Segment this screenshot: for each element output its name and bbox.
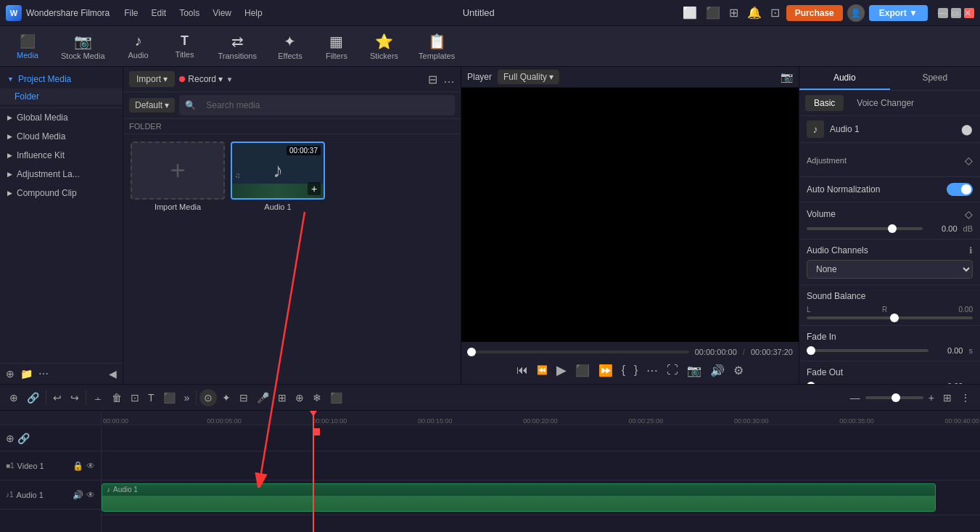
tool-transitions[interactable]: ⇄ Transitions: [210, 30, 265, 63]
sub-tab-basic[interactable]: Basic: [805, 95, 844, 111]
folder-label[interactable]: Folder: [0, 89, 123, 105]
tab-audio[interactable]: Audio: [799, 67, 890, 90]
notifications-icon[interactable]: 🔔: [745, 4, 764, 22]
video-track-lock-icon[interactable]: 🔒: [73, 461, 83, 471]
timeline-grid-button[interactable]: ⊞: [939, 390, 955, 406]
settings-button[interactable]: ⚙: [733, 364, 744, 377]
audio1-clip[interactable]: ♪ Audio 1: [102, 483, 936, 512]
timeline-transitions-button[interactable]: ⬛: [326, 390, 346, 406]
menu-view[interactable]: View: [207, 6, 237, 20]
sidebar-item-compound-clip[interactable]: ▶ Compound Clip: [0, 184, 123, 202]
timeline-redo-button[interactable]: ↪: [67, 390, 83, 406]
timeline-add-track-button[interactable]: ⊕: [6, 390, 22, 406]
sidebar-item-adjustment-layer[interactable]: ▶ Adjustment La...: [0, 165, 123, 184]
tool-audio[interactable]: ♪ Audio: [117, 30, 160, 62]
user-avatar[interactable]: 👤: [847, 4, 865, 22]
stop-button[interactable]: ⬛: [575, 364, 590, 377]
sidebar-item-cloud-media[interactable]: ▶ Cloud Media: [0, 127, 123, 146]
minimize-window-icon[interactable]: ⬜: [680, 4, 699, 22]
timeline-split-button[interactable]: ⫠: [89, 390, 107, 406]
volume-keyframe-icon[interactable]: ◇: [965, 208, 973, 220]
fullscreen-player-button[interactable]: ⛶: [667, 364, 678, 377]
timeline-ai-button[interactable]: ⊕: [292, 390, 308, 406]
import-media-item[interactable]: + Import Media: [131, 142, 225, 211]
timeline-transform-button[interactable]: ⬛: [160, 390, 179, 406]
timeline-crop-button[interactable]: ⊡: [127, 390, 143, 406]
timeline-speed-button[interactable]: ⊙: [199, 389, 217, 406]
fullscreen-icon[interactable]: ⬛: [704, 4, 722, 22]
audio-channels-dropdown[interactable]: None Stereo Mono: [807, 260, 973, 279]
tool-filters[interactable]: ▦ Filters: [315, 30, 358, 63]
new-folder-icon[interactable]: 📁: [20, 368, 33, 380]
timeline-text-button[interactable]: T: [144, 390, 158, 406]
window-maximize-button[interactable]: ▭: [951, 8, 961, 18]
mark-in-button[interactable]: {: [622, 364, 625, 377]
menu-help[interactable]: Help: [239, 6, 268, 20]
mark-out-button[interactable]: }: [634, 364, 638, 377]
timeline-voiceover-button[interactable]: 🎤: [253, 390, 273, 406]
timeline-color-button[interactable]: ✦: [218, 390, 234, 406]
link-tracks-icon[interactable]: 🔗: [17, 433, 30, 444]
step-forward-button[interactable]: ⏩: [598, 364, 613, 377]
timeline-settings-button[interactable]: ⋮: [957, 390, 974, 406]
audio-knob-icon[interactable]: ⬤: [961, 123, 973, 135]
progress-track[interactable]: [467, 351, 689, 353]
search-input[interactable]: [200, 97, 449, 113]
window-close-button[interactable]: ✕: [964, 8, 974, 18]
timeline-subtitles-button[interactable]: ⊞: [274, 390, 290, 406]
audio1-track-row[interactable]: ♪ Audio 1: [102, 480, 980, 515]
add-video-track-icon[interactable]: ⊕: [6, 433, 15, 444]
timeline-more-button[interactable]: »: [181, 390, 194, 406]
export-button[interactable]: Export ▼: [869, 5, 928, 21]
tool-titles[interactable]: T Titles: [163, 30, 207, 62]
play-button[interactable]: ▶: [556, 362, 567, 378]
default-dropdown[interactable]: Default ▾: [129, 98, 175, 112]
rewind-button[interactable]: ⏮: [516, 364, 528, 377]
more-options-icon[interactable]: ⋯: [38, 368, 49, 380]
balance-slider[interactable]: [807, 316, 973, 319]
extensions-icon[interactable]: ⊞: [727, 4, 741, 22]
record-button[interactable]: Record ▾ ▼: [179, 74, 233, 84]
timeline-link-button[interactable]: 🔗: [23, 390, 43, 406]
tool-effects[interactable]: ✦ Effects: [268, 30, 312, 63]
fade-in-slider[interactable]: [807, 349, 928, 352]
collapse-panel-icon[interactable]: ◀: [109, 368, 117, 380]
plugins-icon[interactable]: ⊡: [768, 4, 782, 22]
snapshot-button[interactable]: 📷: [687, 364, 701, 377]
more-menu-icon[interactable]: …: [443, 73, 455, 86]
audio-channels-info-icon[interactable]: ℹ: [969, 245, 973, 255]
adjustment-keyframe-icon[interactable]: ◇: [965, 155, 973, 166]
sub-tab-voice-changer[interactable]: Voice Changer: [848, 95, 923, 111]
video1-track-row[interactable]: [102, 451, 980, 480]
timeline-zoom-track[interactable]: [865, 396, 923, 399]
timeline-delete-button[interactable]: 🗑: [108, 390, 125, 406]
video-track-eye-icon[interactable]: 👁: [86, 461, 95, 471]
window-minimize-button[interactable]: —: [938, 8, 948, 18]
tab-speed[interactable]: Speed: [890, 67, 981, 90]
sidebar-item-project-media[interactable]: ▼ Project Media: [0, 70, 123, 89]
step-back-button[interactable]: ⏪: [537, 365, 548, 375]
audio-track-mute-icon[interactable]: 👁: [86, 490, 95, 500]
timeline-zoom-in-button[interactable]: +: [925, 390, 938, 406]
timeline-zoom-out-button[interactable]: —: [847, 390, 864, 406]
volume-slider[interactable]: [807, 227, 923, 230]
more-controls-button[interactable]: ⋯: [646, 364, 658, 377]
purchase-button[interactable]: Purchase: [786, 5, 843, 21]
menu-tools[interactable]: Tools: [173, 6, 205, 20]
sidebar-item-global-media[interactable]: ▶ Global Media: [0, 108, 123, 127]
timeline-marker-button[interactable]: ⊟: [236, 390, 252, 406]
filter-icon[interactable]: ⊟: [428, 73, 437, 86]
app-logo[interactable]: W Wondershare Filmora: [6, 5, 110, 21]
menu-file[interactable]: File: [118, 6, 144, 20]
add-to-timeline-icon[interactable]: +: [308, 182, 321, 195]
timeline-freeze-button[interactable]: ❄: [309, 390, 325, 406]
timeline-undo-button[interactable]: ↩: [49, 390, 65, 406]
sidebar-item-influence-kit[interactable]: ▶ Influence Kit: [0, 146, 123, 165]
player-screenshot-icon[interactable]: 📷: [781, 71, 793, 83]
add-folder-icon[interactable]: ⊕: [6, 368, 15, 380]
tool-stickers[interactable]: ⭐ Stickers: [361, 30, 407, 63]
audio-track-lock-icon[interactable]: 🔊: [73, 490, 83, 500]
tool-media[interactable]: ⬛ Media: [6, 30, 49, 62]
tool-stock-media[interactable]: 📷 Stock Media: [52, 30, 114, 63]
tool-templates[interactable]: 📋 Templates: [410, 30, 464, 63]
